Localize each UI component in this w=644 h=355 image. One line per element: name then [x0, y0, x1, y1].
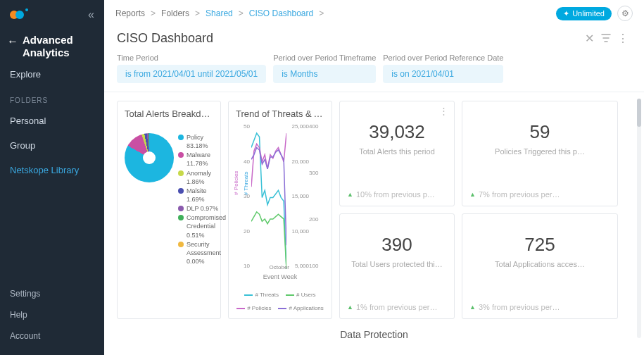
filter-label: Period over Period Timeframe [273, 54, 376, 62]
filter-icon[interactable] [598, 30, 614, 46]
y-axis-right: 400300200100 [309, 123, 324, 269]
sidebar-item-help[interactable]: Help [0, 304, 104, 325]
metric-value: 59 [530, 121, 550, 143]
filter-chip-time-period[interactable]: is from 2021/04/01 until 2021/05/01 [117, 65, 266, 83]
crumb-sep-icon: > [151, 8, 156, 18]
pie-legend: Policy 83.18%Malware 11.78%Anomaly 1.86%… [178, 133, 226, 266]
topbar: Reports > Folders > Shared > CISO Dashbo… [104, 0, 644, 27]
netskope-logo-icon [10, 8, 30, 21]
up-triangle-icon: ▲ [469, 304, 476, 311]
breadcrumb-page[interactable]: CISO Dashboard [249, 8, 313, 18]
metric-value: 725 [524, 234, 555, 256]
card-kebab-icon[interactable]: ⋮ [439, 106, 448, 116]
filter-pop-reference: Period over Period Reference Date is on … [383, 54, 503, 83]
scrollbar[interactable] [637, 99, 641, 338]
breadcrumb-root[interactable]: Reports [115, 8, 145, 18]
up-triangle-icon: ▲ [469, 191, 476, 198]
unlimited-label: Unlimited [572, 9, 605, 18]
filter-label: Period over Period Reference Date [383, 54, 503, 62]
logo-row: « [0, 8, 104, 31]
sidebar-item-explore[interactable]: Explore [0, 62, 104, 87]
card-trend: Trend of Threats & Adoption (past … # Po… [228, 101, 332, 319]
line-chart: # Policies # Threats 5040302010 25,00020… [236, 123, 324, 290]
card-alerts-breakdown: Total Alerts Breakdown … Policy 83.18%Ma… [117, 101, 221, 319]
close-icon[interactable]: ✕ [581, 30, 598, 46]
metric-label: Policies Triggered this p… [495, 147, 585, 156]
metric-label: Total Alerts this period [359, 147, 435, 156]
breadcrumb-shared[interactable]: Shared [206, 8, 233, 18]
sidebar-item-account[interactable]: Account [0, 325, 104, 347]
metric-label: Total Applications acces… [495, 260, 585, 268]
metric-total-users: 390 Total Users protected thi… ▲ 1% from… [339, 213, 455, 319]
metric-delta: ▲ 7% from previous per… [469, 190, 560, 199]
pie-chart [125, 133, 174, 182]
scrollbar-thumb[interactable] [637, 99, 641, 127]
filter-pop-timeframe: Period over Period Timeframe is Months [273, 54, 376, 83]
filter-chip-pop-timeframe[interactable]: is Months [273, 65, 376, 83]
metric-total-alerts: ⋮ 39,032 Total Alerts this period ▲ 10% … [339, 101, 455, 206]
sparkle-icon: ✦ [563, 9, 569, 18]
crumb-sep-icon: > [195, 8, 200, 18]
trend-legend: # Threats# Users# Policies# Applications [236, 292, 324, 311]
metric-total-applications: 725 Total Applications acces… ▲ 3% from … [462, 213, 618, 319]
filter-label: Time Period [117, 54, 266, 62]
sidebar-item-group[interactable]: Group [0, 133, 104, 158]
kebab-icon[interactable]: ⋮ [614, 30, 631, 46]
breadcrumb-folders[interactable]: Folders [161, 8, 189, 18]
x-tick: October [270, 264, 289, 270]
metric-delta: ▲ 10% from previous p… [347, 190, 435, 199]
metric-value: 390 [381, 234, 412, 256]
sidebar-item-personal[interactable]: Personal [0, 108, 104, 133]
plot-area [251, 126, 286, 269]
crumb-sep-icon: > [239, 8, 244, 18]
sidebar-section-label: FOLDERS [0, 87, 104, 108]
metric-policies-triggered: 59 Policies Triggered this p… ▲ 7% from … [462, 101, 618, 206]
filters: Time Period is from 2021/04/01 until 202… [104, 54, 644, 92]
sidebar-item-settings[interactable]: Settings [0, 283, 104, 304]
up-triangle-icon: ▲ [347, 304, 353, 311]
card-title: Total Alerts Breakdown … [125, 108, 213, 119]
metric-delta: ▲ 1% from previous per… [347, 303, 437, 311]
dashboard-grid: ⋮ 39,032 Total Alerts this period ▲ 10% … [117, 101, 631, 319]
x-axis-label: Event Week [236, 273, 324, 280]
y-axis-left: 5040302010 [236, 123, 250, 269]
collapse-sidebar-icon[interactable]: « [88, 8, 94, 21]
sidebar-subtitle: Analytics [23, 46, 73, 59]
y-axis-mid: 25,00020,00015,00010,0005,000 [288, 123, 309, 269]
metric-value: 39,032 [369, 121, 425, 143]
sidebar-title: Advanced [23, 34, 73, 46]
gear-icon[interactable]: ⚙ [617, 6, 633, 21]
filter-time-period: Time Period is from 2021/04/01 until 202… [117, 54, 266, 83]
sidebar: « ← Advanced Analytics Explore FOLDERS P… [0, 0, 104, 355]
sidebar-title-row[interactable]: ← Advanced Analytics [0, 31, 104, 62]
metric-label: Total Users protected thi… [351, 260, 443, 268]
card-title: Trend of Threats & Adoption (past … [236, 108, 324, 119]
title-row: CISO Dashboard ✕ ⋮ [104, 27, 644, 54]
unlimited-pill[interactable]: ✦ Unlimited [556, 7, 612, 20]
filter-chip-pop-reference[interactable]: is on 2021/04/01 [383, 65, 503, 83]
crumb-sep-icon: > [319, 8, 324, 18]
content: ⋮ 39,032 Total Alerts this period ▲ 10% … [104, 92, 644, 355]
sidebar-footer: Settings Help Account [0, 283, 104, 347]
section-data-protection: Data Protection [117, 329, 631, 340]
metric-delta: ▲ 3% from previous per… [469, 303, 560, 311]
page-title: CISO Dashboard [117, 31, 213, 46]
main: Reports > Folders > Shared > CISO Dashbo… [104, 0, 644, 355]
sidebar-item-netskope-library[interactable]: Netskope Library [0, 158, 104, 182]
up-triangle-icon: ▲ [347, 191, 353, 198]
back-arrow-icon[interactable]: ← [7, 34, 18, 48]
